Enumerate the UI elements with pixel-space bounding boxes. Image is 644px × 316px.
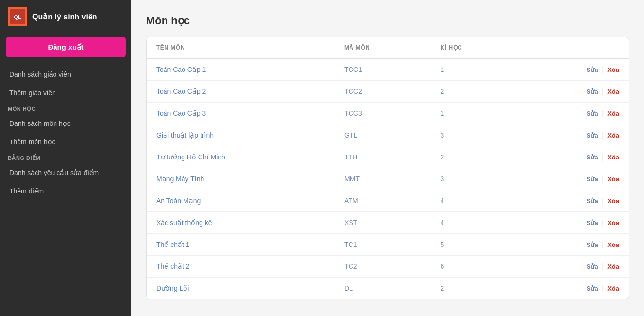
sua-button[interactable]: Sửa <box>587 241 598 248</box>
action-separator: | <box>600 131 606 139</box>
xoa-button[interactable]: Xóa <box>607 197 619 205</box>
app-title: Quản lý sinh viên <box>32 12 97 21</box>
cell-ma-mon: MMT <box>334 168 430 190</box>
cell-actions: Sửa | Xóa <box>518 58 629 81</box>
cell-actions: Sửa | Xóa <box>518 234 629 256</box>
sidebar-section-label-monhoc: MÔN HỌC <box>0 102 131 114</box>
sua-button[interactable]: Sửa <box>587 176 598 183</box>
action-separator: | <box>600 109 606 117</box>
cell-ki-hoc: 5 <box>431 234 518 256</box>
action-separator: | <box>600 263 606 270</box>
cell-ki-hoc: 1 <box>431 103 518 124</box>
table-row: Đường LốiDL2Sửa | Xóa <box>147 278 629 299</box>
table-header-row: TÊN MÔN MÃ MÔN KÌ HỌC <box>147 37 629 58</box>
xoa-button[interactable]: Xóa <box>607 154 619 161</box>
cell-ma-mon: GTL <box>334 124 430 146</box>
sua-button[interactable]: Sửa <box>587 132 598 139</box>
cell-ma-mon: TCC3 <box>334 103 430 124</box>
sidebar-section-giaovien: Danh sách giáo viên Thêm giáo viên <box>0 65 131 102</box>
cell-actions: Sửa | Xóa <box>518 190 629 212</box>
xoa-button[interactable]: Xóa <box>607 285 619 292</box>
cell-actions: Sửa | Xóa <box>518 103 629 124</box>
cell-actions: Sửa | Xóa <box>518 212 629 234</box>
col-header-ma-mon: MÃ MÔN <box>334 37 430 58</box>
xoa-button[interactable]: Xóa <box>607 88 619 95</box>
cell-ma-mon: XST <box>334 212 430 234</box>
action-separator: | <box>600 88 606 95</box>
sua-button[interactable]: Sửa <box>587 110 598 117</box>
action-separator: | <box>600 197 606 205</box>
table-row: Thể chất 1TC15Sửa | Xóa <box>147 234 629 256</box>
cell-ma-mon: TTH <box>334 146 430 168</box>
cell-ki-hoc: 3 <box>431 124 518 146</box>
col-header-ki-hoc: KÌ HỌC <box>431 37 518 58</box>
cell-ki-hoc: 4 <box>431 190 518 212</box>
cell-actions: Sửa | Xóa <box>518 278 629 299</box>
xoa-button[interactable]: Xóa <box>607 176 619 183</box>
action-separator: | <box>600 219 606 227</box>
sua-button[interactable]: Sửa <box>587 88 598 95</box>
cell-actions: Sửa | Xóa <box>518 168 629 190</box>
sua-button[interactable]: Sửa <box>587 285 598 292</box>
sidebar: QL Quản lý sinh viên Đăng xuất Danh sách… <box>0 0 131 316</box>
cell-ma-mon: TCC1 <box>334 58 430 81</box>
sidebar-item-danh-sach-yeu-cau[interactable]: Danh sách yêu cầu sửa điểm <box>0 163 131 182</box>
xoa-button[interactable]: Xóa <box>607 110 619 117</box>
xoa-button[interactable]: Xóa <box>607 132 619 139</box>
sua-button[interactable]: Sửa <box>587 219 598 227</box>
action-separator: | <box>600 241 606 248</box>
logout-button[interactable]: Đăng xuất <box>6 37 126 57</box>
cell-ki-hoc: 1 <box>431 58 518 81</box>
cell-ma-mon: TCC2 <box>334 81 430 103</box>
cell-ma-mon: TC2 <box>334 256 430 278</box>
sidebar-item-danh-sach-mon-hoc[interactable]: Danh sách môn học <box>0 114 131 133</box>
cell-ten-mon: Mạng Máy Tính <box>147 168 334 190</box>
cell-ki-hoc: 3 <box>431 168 518 190</box>
table-row: Toán Cao Cấp 3TCC31Sửa | Xóa <box>147 103 629 124</box>
cell-ten-mon: Toán Cao Cấp 3 <box>147 103 334 124</box>
sidebar-item-them-diem[interactable]: Thêm điểm <box>0 182 131 200</box>
cell-ten-mon: Toán Cao Cấp 1 <box>147 58 334 81</box>
action-separator: | <box>600 153 606 161</box>
cell-ten-mon: Thể chất 2 <box>147 256 334 278</box>
cell-actions: Sửa | Xóa <box>518 146 629 168</box>
mon-hoc-table-container: TÊN MÔN MÃ MÔN KÌ HỌC Toán Cao Cấp 1TCC1… <box>146 37 629 299</box>
cell-ki-hoc: 6 <box>431 256 518 278</box>
cell-actions: Sửa | Xóa <box>518 256 629 278</box>
cell-ma-mon: DL <box>334 278 430 299</box>
cell-ten-mon: Tư tưởng Hồ Chí Minh <box>147 146 334 168</box>
action-separator: | <box>600 175 606 183</box>
cell-ten-mon: Đường Lối <box>147 278 334 299</box>
cell-ten-mon: An Toàn Mạng <box>147 190 334 212</box>
xoa-button[interactable]: Xóa <box>607 66 619 73</box>
col-header-ten-mon: TÊN MÔN <box>147 37 334 58</box>
cell-ten-mon: Xác suất thống kê <box>147 212 334 234</box>
table-row: Thể chất 2TC26Sửa | Xóa <box>147 256 629 278</box>
cell-ma-mon: ATM <box>334 190 430 212</box>
mon-hoc-table: TÊN MÔN MÃ MÔN KÌ HỌC Toán Cao Cấp 1TCC1… <box>147 37 629 299</box>
sua-button[interactable]: Sửa <box>587 197 598 205</box>
xoa-button[interactable]: Xóa <box>607 263 619 270</box>
action-separator: | <box>600 284 606 292</box>
cell-ten-mon: Giải thuật lập trình <box>147 124 334 146</box>
cell-ki-hoc: 2 <box>431 146 518 168</box>
main-content: Môn học TÊN MÔN MÃ MÔN KÌ HỌC Toán Cao C… <box>131 0 644 316</box>
cell-ki-hoc: 2 <box>431 278 518 299</box>
cell-actions: Sửa | Xóa <box>518 81 629 103</box>
col-header-actions <box>518 37 629 58</box>
app-logo: QL <box>8 7 27 26</box>
xoa-button[interactable]: Xóa <box>607 219 619 227</box>
xoa-button[interactable]: Xóa <box>607 241 619 248</box>
sidebar-item-them-mon-hoc[interactable]: Thêm môn học <box>0 133 131 151</box>
sua-button[interactable]: Sửa <box>587 154 598 161</box>
sua-button[interactable]: Sửa <box>587 66 598 73</box>
table-row: Xác suất thống kêXST4Sửa | Xóa <box>147 212 629 234</box>
table-row: Toán Cao Cấp 2TCC22Sửa | Xóa <box>147 81 629 103</box>
sidebar-item-danh-sach-giao-vien[interactable]: Danh sách giáo viên <box>0 65 131 84</box>
cell-ki-hoc: 2 <box>431 81 518 103</box>
sidebar-item-them-giao-vien[interactable]: Thêm giáo viên <box>0 84 131 102</box>
table-row: Mạng Máy TínhMMT3Sửa | Xóa <box>147 168 629 190</box>
page-title: Môn học <box>146 15 629 27</box>
sidebar-section-monhoc: Danh sách môn học Thêm môn học <box>0 114 131 151</box>
sua-button[interactable]: Sửa <box>587 263 598 270</box>
